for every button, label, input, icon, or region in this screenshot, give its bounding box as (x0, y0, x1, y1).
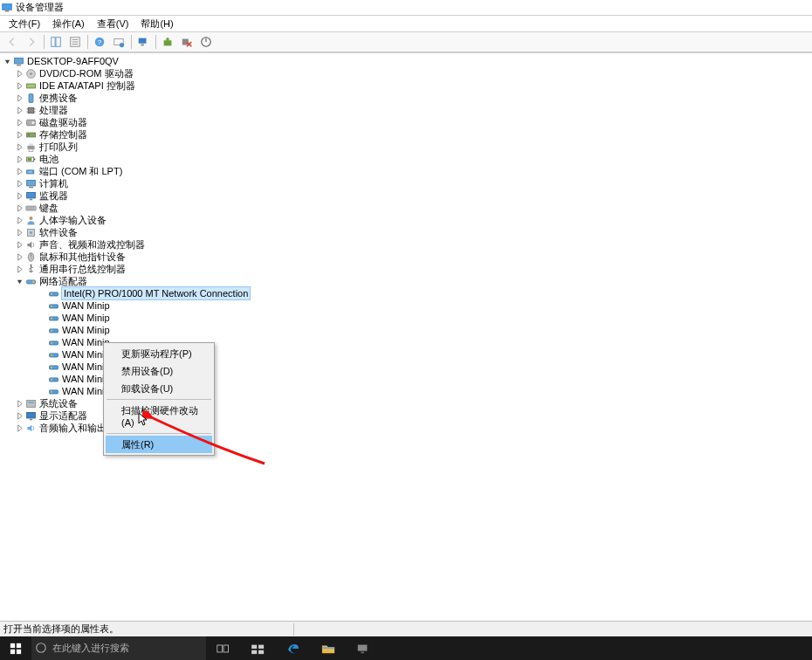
chevron-right-icon[interactable] (14, 410, 24, 421)
properties-button[interactable] (66, 33, 84, 51)
tree-root[interactable]: DESKTOP-9AFF0QV (0, 55, 812, 67)
task-view-button[interactable] (206, 636, 241, 660)
svg-rect-36 (33, 158, 35, 160)
taskbar-search[interactable]: 在此键入进行搜索 (31, 636, 206, 660)
nav-forward-button[interactable] (23, 33, 40, 51)
taskbar-explorer[interactable] (311, 636, 346, 660)
search-placeholder: 在此键入进行搜索 (52, 642, 129, 655)
chevron-right-icon[interactable] (14, 190, 24, 201)
menubar: 文件(F) 操作(A) 查看(V) 帮助(H) (0, 16, 812, 31)
tree-category[interactable]: DVD/CD-ROM 驱动器 (0, 67, 812, 79)
svg-rect-69 (51, 366, 52, 368)
svg-rect-77 (29, 418, 31, 420)
disable-button[interactable] (197, 33, 215, 51)
mouse-icon (24, 251, 37, 263)
tree-node-selected[interactable]: Intel(R) PRO/1000 MT Network Connection (0, 287, 812, 299)
chevron-right-icon[interactable] (14, 239, 24, 250)
tree-category[interactable]: 软件设备 (0, 226, 812, 238)
nav-back-button[interactable] (3, 33, 21, 51)
chevron-right-icon[interactable] (14, 141, 24, 152)
tree-category[interactable]: 人体学输入设备 (0, 214, 812, 226)
chevron-down-icon[interactable] (2, 56, 12, 66)
tree-category[interactable]: 端口 (COM 和 LPT) (0, 165, 812, 177)
menu-action[interactable]: 操作(A) (47, 17, 90, 31)
svg-rect-85 (251, 644, 257, 648)
tree-node-network-adapter[interactable]: WAN Minip (0, 312, 812, 324)
chevron-right-icon[interactable] (14, 117, 24, 127)
ctx-update-driver[interactable]: 更新驱动程序(P) (106, 345, 212, 362)
tree-category[interactable]: 打印队列 (0, 141, 812, 153)
chevron-placeholder (37, 349, 47, 360)
tree-node-label: WAN Minip (62, 299, 110, 312)
start-button[interactable] (0, 636, 31, 660)
display-icon (24, 409, 37, 422)
menu-file[interactable]: 文件(F) (3, 17, 45, 31)
chevron-right-icon[interactable] (14, 227, 24, 237)
tree-category[interactable]: 存储控制器 (0, 128, 812, 141)
tree-category[interactable]: 键盘 (0, 202, 812, 214)
ide-icon (24, 79, 37, 92)
tree-category[interactable]: 监视器 (0, 189, 812, 202)
taskbar-app-1[interactable] (241, 636, 276, 660)
chevron-right-icon[interactable] (14, 68, 24, 79)
chevron-right-icon[interactable] (14, 105, 24, 115)
audioio-icon (24, 422, 37, 434)
chevron-right-icon[interactable] (14, 264, 24, 274)
svg-rect-81 (17, 649, 21, 653)
update-driver-button[interactable] (159, 33, 176, 51)
menu-view[interactable]: 查看(V) (92, 17, 134, 31)
chevron-right-icon[interactable] (14, 154, 24, 164)
ctx-scan-hardware[interactable]: 扫描检测硬件改动(A) (106, 402, 212, 431)
taskbar-devmgr[interactable] (346, 636, 381, 660)
ctx-disable-device[interactable]: 禁用设备(D) (106, 362, 212, 380)
chevron-right-icon[interactable] (14, 178, 24, 189)
svg-rect-1 (5, 10, 10, 12)
svg-rect-13 (141, 45, 144, 46)
svg-rect-75 (28, 402, 34, 403)
chevron-right-icon[interactable] (14, 80, 24, 91)
tree-category[interactable]: IDE ATA/ATAPI 控制器 (0, 79, 812, 92)
svg-rect-79 (17, 643, 21, 647)
tree-node-label: Intel(R) PRO/1000 MT Network Connection (62, 287, 250, 299)
chevron-right-icon[interactable] (14, 203, 24, 213)
svg-rect-56 (49, 292, 58, 295)
tree-category[interactable]: 便携设备 (0, 92, 812, 104)
chevron-right-icon[interactable] (14, 215, 24, 225)
tree-category[interactable]: 计算机 (0, 177, 812, 189)
tree-category[interactable]: 通用串行总线控制器 (0, 263, 812, 275)
computer-icon (12, 55, 24, 67)
svg-rect-76 (26, 412, 35, 418)
help-button[interactable]: ? (91, 33, 108, 51)
uninstall-button[interactable] (178, 33, 196, 51)
tree-category-network[interactable]: 网络适配器 (0, 275, 812, 287)
tree-node-network-adapter[interactable]: WAN Minip (0, 299, 812, 312)
tree-category[interactable]: 声音、视频和游戏控制器 (0, 238, 812, 251)
ctx-properties[interactable]: 属性(R) (106, 436, 212, 453)
tree-node-network-adapter[interactable]: WAN Minip (0, 324, 812, 336)
tree-category[interactable]: 电池 (0, 153, 812, 165)
action-button[interactable] (110, 33, 127, 51)
tree-category[interactable]: 处理器 (0, 104, 812, 116)
chevron-right-icon[interactable] (14, 398, 24, 409)
tree-category[interactable]: 磁盘驱动器 (0, 116, 812, 128)
svg-rect-64 (49, 340, 58, 344)
show-hide-button[interactable] (47, 33, 65, 51)
tree-category[interactable]: 鼠标和其他指针设备 (0, 251, 812, 263)
svg-point-40 (30, 171, 31, 172)
svg-rect-37 (27, 157, 31, 160)
chevron-right-icon[interactable] (14, 423, 24, 433)
ctx-uninstall-device[interactable]: 卸载设备(U) (106, 380, 212, 397)
svg-rect-71 (51, 378, 52, 380)
chevron-right-icon[interactable] (14, 129, 24, 140)
chevron-right-icon[interactable] (14, 251, 24, 262)
system-icon (24, 397, 37, 409)
chevron-right-icon[interactable] (14, 93, 24, 103)
menu-help[interactable]: 帮助(H) (135, 17, 178, 31)
taskbar-edge[interactable] (276, 636, 311, 660)
chevron-down-icon[interactable] (14, 276, 24, 286)
nic-icon (47, 324, 59, 336)
titlebar: 设备管理器 (0, 0, 812, 16)
svg-rect-63 (51, 329, 52, 331)
chevron-right-icon[interactable] (14, 166, 24, 176)
scan-hardware-button[interactable] (134, 33, 152, 51)
